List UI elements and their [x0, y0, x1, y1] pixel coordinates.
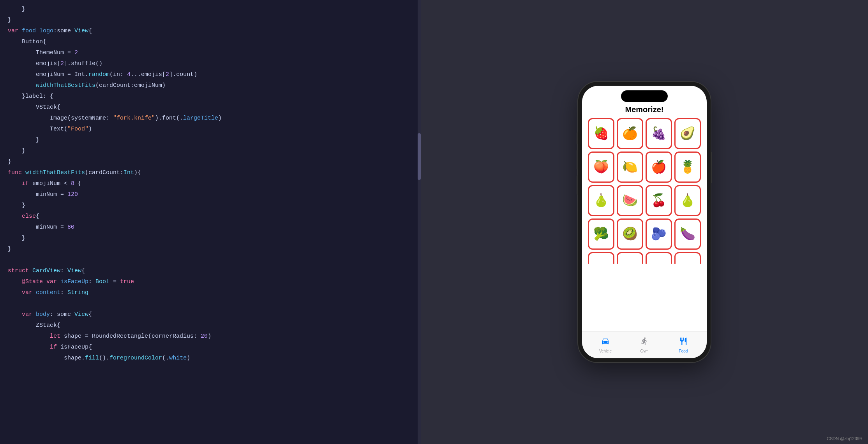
card-row: 🍓🍊🍇🥑 — [586, 118, 703, 149]
code-token: 8 — [71, 179, 74, 189]
code-token: (cardCount:emojiNum) — [95, 81, 166, 91]
code-line: var content: String — [0, 287, 421, 298]
code-line: } — [0, 15, 421, 26]
code-token: ) — [187, 353, 190, 363]
code-content: }}var food_logo:some View{ Button{ Theme… — [0, 4, 421, 364]
code-token: } — [8, 201, 25, 211]
emoji-card[interactable]: 🍊 — [617, 118, 643, 149]
code-token — [8, 277, 22, 287]
code-token: isFaceUp — [60, 277, 88, 287]
card-row: 🍑🍋🍎🍍 — [586, 152, 703, 183]
volume-down-button — [577, 175, 578, 195]
code-token: ].count) — [169, 70, 197, 80]
code-token: func — [8, 168, 25, 178]
emoji-card[interactable]: 🍒 — [646, 185, 672, 216]
code-token — [8, 179, 22, 189]
emoji-card[interactable]: 🥑 — [674, 118, 701, 149]
code-token: ) — [208, 331, 211, 342]
code-token — [8, 342, 50, 352]
code-token: widthThatBestFits — [25, 168, 85, 178]
tab-item-vehicle[interactable]: Vehicle — [594, 337, 617, 353]
code-token: ).font(. — [155, 113, 183, 123]
code-line: } — [0, 4, 421, 15]
code-token — [8, 211, 22, 222]
code-token: } — [8, 146, 25, 156]
code-line — [0, 255, 421, 266]
emoji-card[interactable]: 🍆 — [674, 218, 701, 250]
emoji-card[interactable]: 🥦 — [588, 218, 614, 250]
partial-card — [674, 252, 701, 264]
cards-grid: 🍓🍊🍇🥑🍑🍋🍎🍍🍐🍉🍒🍐🥦🥝🫐🍆 — [582, 116, 707, 331]
tab-item-gym[interactable]: Gym — [633, 337, 656, 353]
code-token: emojis[ — [8, 59, 60, 69]
code-line: struct CardView: View{ — [0, 266, 421, 277]
code-token: { — [36, 211, 39, 222]
food-tab-label: Food — [679, 349, 688, 353]
code-token: (). — [99, 353, 109, 363]
code-token: var — [8, 26, 22, 36]
code-token: Int — [123, 168, 134, 178]
code-token: content — [36, 288, 60, 298]
code-line: else{ — [0, 211, 421, 222]
emoji-card[interactable]: 🍍 — [674, 152, 701, 183]
code-token: isFaceUp{ — [60, 342, 92, 352]
emoji-card[interactable]: 🍓 — [588, 118, 614, 149]
code-token: emojiNum = Int. — [8, 70, 88, 80]
code-line: @State var isFaceUp: Bool = true — [0, 277, 421, 287]
emoji-card[interactable]: 🍉 — [617, 185, 643, 216]
code-line: minNum = 120 — [0, 189, 421, 200]
code-line: widthThatBestFits(cardCount:emojiNum) — [0, 80, 421, 91]
code-line: if isFaceUp{ — [0, 342, 421, 353]
code-token: View — [74, 310, 88, 320]
emoji-card[interactable]: 🍎 — [646, 152, 672, 183]
emoji-card[interactable]: 🫐 — [646, 218, 672, 250]
food-tab-icon — [679, 337, 688, 348]
code-token: food_logo — [22, 26, 53, 36]
partial-card — [646, 252, 672, 264]
code-token: white — [169, 353, 187, 363]
code-token: }label: { — [8, 92, 53, 102]
code-line: ThemeNum = 2 — [0, 48, 421, 58]
code-token: { — [74, 179, 81, 189]
scrollbar-thumb[interactable] — [418, 133, 421, 180]
emoji-card[interactable]: 🍋 — [617, 152, 643, 183]
emoji-card[interactable]: 🥝 — [617, 218, 643, 250]
code-line: ZStack{ — [0, 320, 421, 331]
phone-frame: Memorize! 🍓🍊🍇🥑🍑🍋🍎🍍🍐🍉🍒🍐🥦🥝🫐🍆 VehicleGymFoo… — [578, 82, 711, 362]
code-token: : — [88, 277, 95, 287]
code-token: Button{ — [8, 37, 46, 47]
code-line — [0, 298, 421, 309]
code-token: (cardCount: — [85, 168, 123, 178]
volume-up-button — [577, 150, 578, 169]
partial-card — [617, 252, 643, 264]
code-line: } — [0, 244, 421, 255]
code-token: foregroundColor — [109, 353, 162, 363]
gym-tab-label: Gym — [640, 349, 648, 353]
scrollbar[interactable] — [418, 0, 421, 444]
app-title: Memorize! — [582, 105, 707, 114]
emoji-card[interactable]: 🍑 — [588, 152, 614, 183]
code-token: : — [60, 266, 67, 276]
code-token: View — [67, 266, 81, 276]
code-editor: }}var food_logo:some View{ Button{ Theme… — [0, 0, 421, 444]
code-line: shape.fill().foregroundColor(.white) — [0, 353, 421, 364]
code-token: struct — [8, 266, 32, 276]
phone-preview-panel: Memorize! 🍓🍊🍇🥑🍑🍋🍎🍍🍐🍉🍒🍐🥦🥝🫐🍆 VehicleGymFoo… — [421, 0, 868, 444]
code-line: var food_logo:some View{ — [0, 26, 421, 37]
code-token: 120 — [67, 190, 78, 200]
code-line: } — [0, 200, 421, 211]
emoji-card[interactable]: 🍐 — [588, 185, 614, 216]
code-token: minNum = — [8, 190, 67, 200]
code-token: 2 — [74, 48, 78, 58]
code-token: } — [8, 157, 11, 167]
code-token — [8, 288, 22, 298]
mute-button — [577, 132, 578, 144]
code-line: let shape = RoundedRectangle(cornerRadiu… — [0, 331, 421, 342]
code-token — [8, 310, 22, 320]
emoji-card[interactable]: 🍐 — [674, 185, 701, 216]
tab-item-food[interactable]: Food — [672, 337, 695, 353]
code-line: VStack{ — [0, 102, 421, 113]
code-token: @State — [22, 277, 43, 287]
emoji-card[interactable]: 🍇 — [646, 118, 672, 149]
tab-bar[interactable]: VehicleGymFood — [582, 331, 707, 358]
